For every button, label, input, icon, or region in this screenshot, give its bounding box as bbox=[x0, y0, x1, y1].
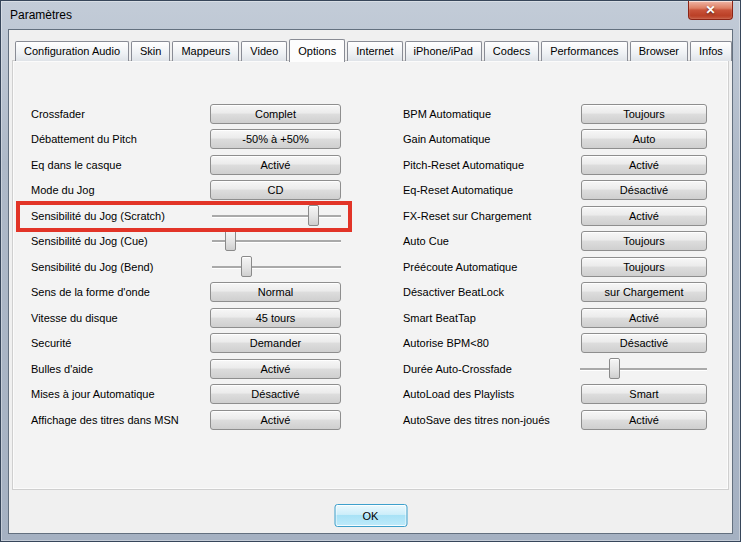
slider-thumb[interactable] bbox=[609, 358, 620, 379]
option-value-button[interactable]: Smart bbox=[581, 384, 707, 404]
ok-button[interactable]: OK bbox=[334, 504, 407, 527]
option-label: Auto Cue bbox=[403, 235, 449, 247]
option-slider[interactable] bbox=[212, 255, 341, 279]
option-row: Sensibilité du Jog (Scratch) bbox=[31, 203, 341, 229]
option-label: Préécoute Automatique bbox=[403, 261, 517, 273]
option-row: Autorise BPM<80Désactivé bbox=[403, 331, 707, 357]
option-value-button[interactable]: -50% à +50% bbox=[210, 129, 341, 149]
option-label: Smart BeatTap bbox=[403, 312, 476, 324]
option-row: Eq-Reset AutomatiqueDésactivé bbox=[403, 178, 707, 204]
option-label: Vitesse du disque bbox=[31, 312, 118, 324]
option-label: Mode du Jog bbox=[31, 184, 95, 196]
window-title: Paramètres bbox=[10, 8, 72, 22]
option-row: AutoLoad des PlaylistsSmart bbox=[403, 382, 707, 408]
option-label: Durée Auto-Crossfade bbox=[403, 363, 512, 375]
option-row: Préécoute AutomatiqueToujours bbox=[403, 254, 707, 280]
option-row: CrossfaderComplet bbox=[31, 101, 341, 127]
tab-options[interactable]: Options bbox=[289, 39, 345, 62]
tab-codecs[interactable]: Codecs bbox=[484, 41, 539, 61]
option-slider[interactable] bbox=[212, 229, 341, 253]
option-value-button[interactable]: Désactivé bbox=[210, 384, 341, 404]
option-value-button[interactable]: Toujours bbox=[581, 257, 707, 277]
dialog-body: Configuration AudioSkinMappeursVideoOpti… bbox=[8, 29, 733, 534]
option-slider[interactable] bbox=[580, 357, 707, 381]
option-row: Pitch-Reset AutomatiqueActivé bbox=[403, 152, 707, 178]
option-value-button[interactable]: Toujours bbox=[581, 231, 707, 251]
slider-track bbox=[212, 266, 341, 268]
option-label: AutoSave des titres non-joués bbox=[403, 414, 550, 426]
option-row: Auto CueToujours bbox=[403, 229, 707, 255]
option-value-button[interactable]: 45 tours bbox=[210, 308, 341, 328]
option-value-button[interactable]: Activé bbox=[210, 410, 341, 430]
tab-mappeurs[interactable]: Mappeurs bbox=[172, 41, 239, 61]
option-row: Bulles d'aideActivé bbox=[31, 356, 341, 382]
tab-performances[interactable]: Performances bbox=[541, 41, 627, 61]
option-value-button[interactable]: Activé bbox=[210, 155, 341, 175]
tab-internet[interactable]: Internet bbox=[347, 41, 402, 61]
option-value-button[interactable]: Toujours bbox=[581, 104, 707, 124]
option-label: Sensibilité du Jog (Bend) bbox=[31, 261, 153, 273]
option-row: Affichage des titres dans MSNActivé bbox=[31, 407, 341, 433]
options-right-column: BPM AutomatiqueToujoursGain AutomatiqueA… bbox=[403, 101, 707, 433]
option-row: Gain AutomatiqueAuto bbox=[403, 127, 707, 153]
option-value-button[interactable]: sur Chargement bbox=[581, 282, 707, 302]
title-bar[interactable]: Paramètres bbox=[1, 1, 740, 29]
option-label: Bulles d'aide bbox=[31, 363, 93, 375]
option-value-button[interactable]: Auto bbox=[581, 129, 707, 149]
option-value-button[interactable]: Activé bbox=[581, 410, 707, 430]
tab-iphone-ipad[interactable]: iPhone/iPad bbox=[405, 41, 482, 61]
option-value-button[interactable]: Désactivé bbox=[581, 180, 707, 200]
tab-video[interactable]: Video bbox=[241, 41, 287, 61]
option-value-button[interactable]: Normal bbox=[210, 282, 341, 302]
option-row: Sensibilité du Jog (Bend) bbox=[31, 254, 341, 280]
options-left-column: CrossfaderCompletDébattement du Pitch-50… bbox=[31, 101, 341, 433]
tab-browser[interactable]: Browser bbox=[630, 41, 688, 61]
close-button[interactable]: ✕ bbox=[688, 1, 733, 20]
option-row: SecuritéDemander bbox=[31, 331, 341, 357]
slider-thumb[interactable] bbox=[308, 205, 319, 226]
option-row: FX-Reset sur ChargementActivé bbox=[403, 203, 707, 229]
options-tab-panel: CrossfaderCompletDébattement du Pitch-50… bbox=[12, 60, 729, 490]
option-row: Mode du JogCD bbox=[31, 178, 341, 204]
option-label: Sensibilité du Jog (Scratch) bbox=[31, 210, 165, 222]
option-slider[interactable] bbox=[212, 204, 341, 228]
option-label: Désactiver BeatLock bbox=[403, 286, 504, 298]
option-value-button[interactable]: Désactivé bbox=[581, 333, 707, 353]
tab-bar: Configuration AudioSkinMappeursVideoOpti… bbox=[15, 38, 726, 61]
slider-thumb[interactable] bbox=[225, 230, 236, 251]
option-label: Securité bbox=[31, 337, 71, 349]
option-label: Sens de la forme d'onde bbox=[31, 286, 150, 298]
option-label: Pitch-Reset Automatique bbox=[403, 159, 524, 171]
option-row: Eq dans le casqueActivé bbox=[31, 152, 341, 178]
option-value-button[interactable]: Activé bbox=[581, 155, 707, 175]
option-label: Mises à jour Automatique bbox=[31, 388, 155, 400]
option-label: Crossfader bbox=[31, 108, 85, 120]
option-label: BPM Automatique bbox=[403, 108, 491, 120]
option-row: Smart BeatTapActivé bbox=[403, 305, 707, 331]
option-row: Mises à jour AutomatiqueDésactivé bbox=[31, 382, 341, 408]
option-row: AutoSave des titres non-jouésActivé bbox=[403, 407, 707, 433]
option-label: Débattement du Pitch bbox=[31, 133, 137, 145]
option-value-button[interactable]: CD bbox=[210, 180, 341, 200]
option-label: Sensibilité du Jog (Cue) bbox=[31, 235, 148, 247]
option-label: Autorise BPM<80 bbox=[403, 337, 489, 349]
option-value-button[interactable]: Complet bbox=[210, 104, 341, 124]
option-row: Durée Auto-Crossfade bbox=[403, 356, 707, 382]
tab-skin[interactable]: Skin bbox=[131, 41, 170, 61]
option-value-button[interactable]: Activé bbox=[581, 308, 707, 328]
close-icon: ✕ bbox=[705, 3, 715, 17]
option-row: Sensibilité du Jog (Cue) bbox=[31, 229, 341, 255]
option-row: Désactiver BeatLocksur Chargement bbox=[403, 280, 707, 306]
option-value-button[interactable]: Activé bbox=[210, 359, 341, 379]
slider-track bbox=[580, 368, 707, 370]
tab-infos[interactable]: Infos bbox=[690, 41, 732, 61]
option-label: FX-Reset sur Chargement bbox=[403, 210, 531, 222]
option-row: BPM AutomatiqueToujours bbox=[403, 101, 707, 127]
settings-dialog: Paramètres ✕ Configuration AudioSkinMapp… bbox=[0, 0, 741, 542]
option-value-button[interactable]: Activé bbox=[581, 206, 707, 226]
tab-configuration-audio[interactable]: Configuration Audio bbox=[15, 41, 129, 61]
option-value-button[interactable]: Demander bbox=[210, 333, 341, 353]
slider-thumb[interactable] bbox=[241, 256, 252, 277]
option-label: Eq-Reset Automatique bbox=[403, 184, 513, 196]
option-label: Gain Automatique bbox=[403, 133, 490, 145]
